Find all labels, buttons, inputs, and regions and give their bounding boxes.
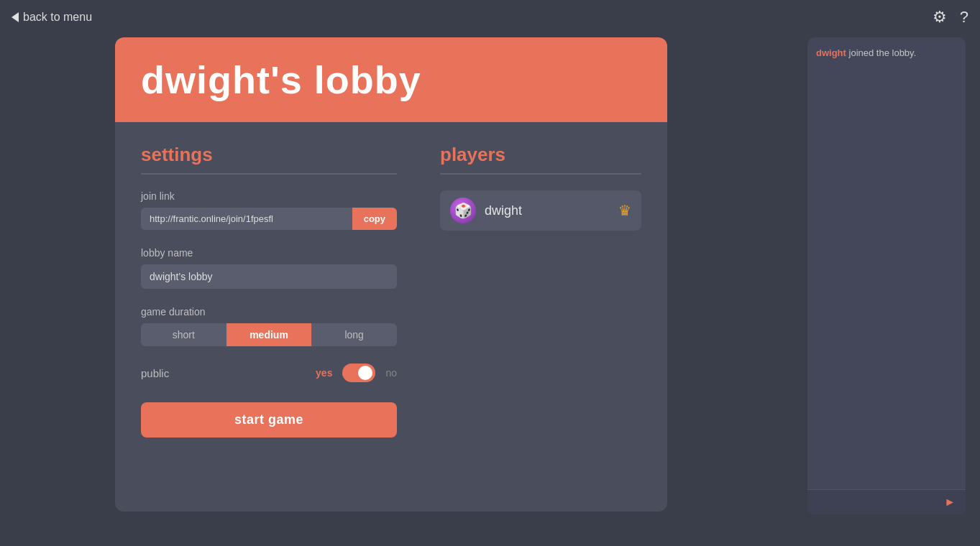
top-bar: back to menu ⚙ ?	[0, 0, 980, 34]
avatar-icon: 🎲	[454, 202, 472, 219]
chat-username: dwight	[816, 47, 846, 58]
duration-selector: short medium long	[141, 323, 397, 346]
public-row: public yes no	[141, 364, 397, 382]
player-name: dwight	[485, 203, 610, 218]
settings-column: settings join link copy lobby name game …	[141, 144, 397, 438]
player-avatar: 🎲	[450, 198, 476, 223]
send-button[interactable]: ►	[941, 496, 958, 509]
public-toggle[interactable]	[342, 364, 375, 382]
public-group: public yes no	[141, 364, 397, 382]
game-duration-group: game duration short medium long	[141, 306, 397, 346]
players-column: players 🎲 dwight ♛	[440, 144, 641, 438]
duration-short[interactable]: short	[141, 323, 226, 346]
back-arrow-icon	[12, 12, 19, 22]
back-to-menu-label: back to menu	[23, 11, 92, 24]
start-game-button[interactable]: start game	[141, 402, 397, 438]
chat-input[interactable]	[815, 497, 941, 508]
chat-message: dwight joined the lobby.	[816, 46, 957, 60]
chat-panel: dwight joined the lobby. ►	[807, 37, 966, 514]
duration-medium[interactable]: medium	[226, 323, 312, 346]
join-link-input[interactable]	[141, 208, 352, 230]
crown-icon: ♛	[618, 202, 631, 219]
chat-messages: dwight joined the lobby.	[807, 37, 966, 489]
back-to-menu-link[interactable]: back to menu	[12, 11, 92, 24]
chat-message-text: joined the lobby.	[849, 47, 917, 58]
players-section-title: players	[440, 144, 641, 175]
panel-header: dwight's lobby	[115, 37, 667, 122]
panel-title: dwight's lobby	[141, 57, 641, 102]
lobby-name-input[interactable]	[141, 264, 397, 289]
duration-long[interactable]: long	[311, 323, 397, 346]
settings-section-title: settings	[141, 144, 397, 175]
top-right-icons: ⚙ ?	[933, 8, 968, 27]
join-link-group: join link copy	[141, 190, 397, 230]
main-panel: dwight's lobby settings join link copy l…	[115, 37, 667, 512]
join-link-row: copy	[141, 208, 397, 230]
player-card: 🎲 dwight ♛	[440, 190, 641, 231]
public-yes-label: yes	[316, 367, 332, 379]
join-link-label: join link	[141, 190, 397, 202]
help-icon[interactable]: ?	[960, 8, 968, 27]
settings-icon[interactable]: ⚙	[933, 8, 947, 27]
public-label: public	[141, 367, 169, 379]
chat-input-row: ►	[807, 489, 966, 514]
public-no-label: no	[385, 367, 397, 379]
copy-button[interactable]: copy	[352, 208, 397, 230]
game-duration-label: game duration	[141, 306, 397, 318]
panel-body: settings join link copy lobby name game …	[115, 122, 667, 459]
lobby-name-label: lobby name	[141, 247, 397, 259]
lobby-name-group: lobby name	[141, 247, 397, 289]
